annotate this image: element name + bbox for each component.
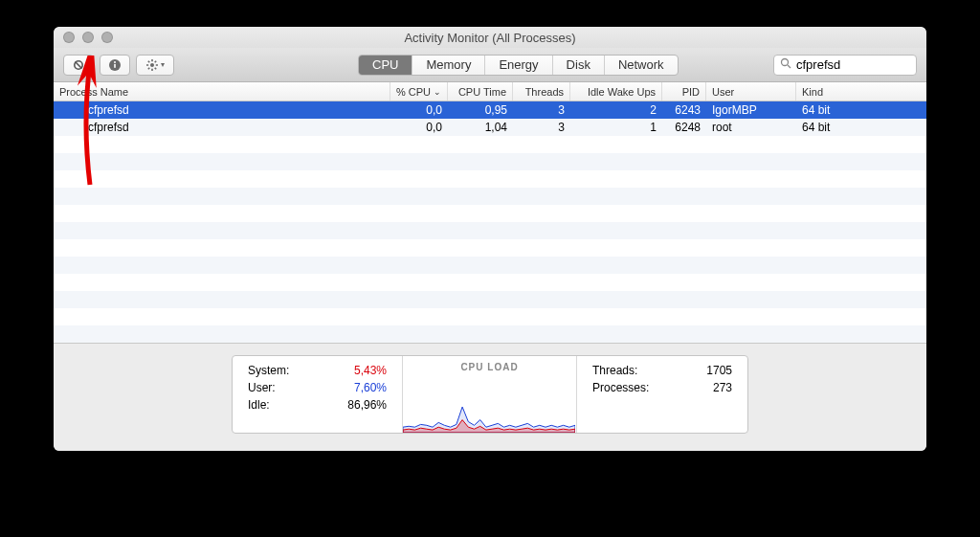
counts-panel: Threads:1705 Processes:273 xyxy=(577,356,747,433)
tab-memory[interactable]: Memory xyxy=(412,56,485,75)
processes-label: Processes: xyxy=(592,381,649,394)
view-options-button[interactable]: ▾ xyxy=(136,55,174,76)
tab-disk[interactable]: Disk xyxy=(553,56,605,75)
threads-label: Threads: xyxy=(592,364,637,377)
svg-point-5 xyxy=(150,63,154,67)
tab-segment: CPU Memory Energy Disk Network xyxy=(358,55,679,76)
svg-line-11 xyxy=(155,67,157,69)
table-row-empty xyxy=(54,188,926,205)
table-row[interactable]: cfprefsd0,00,95326243IgorMBP64 bit xyxy=(54,101,926,119)
threads-value: 1705 xyxy=(706,364,732,377)
svg-point-14 xyxy=(782,59,789,66)
process-table[interactable]: cfprefsd0,00,95326243IgorMBP64 bitcfpref… xyxy=(54,101,926,343)
table-row-empty xyxy=(54,239,926,257)
svg-line-13 xyxy=(148,67,150,69)
chart-title: CPU LOAD xyxy=(403,356,576,372)
col-header-pid[interactable]: PID xyxy=(662,82,706,101)
idle-value: 86,96% xyxy=(347,398,387,412)
close-window-button[interactable] xyxy=(63,32,75,43)
table-row-empty xyxy=(54,153,926,170)
table-row-empty xyxy=(54,205,926,222)
table-row-empty xyxy=(54,170,926,188)
col-header-kind[interactable]: Kind xyxy=(796,82,926,101)
tab-network[interactable]: Network xyxy=(605,56,678,75)
table-row[interactable]: cfprefsd0,01,04316248root64 bit xyxy=(54,119,926,136)
search-input[interactable] xyxy=(796,57,926,72)
svg-line-10 xyxy=(148,60,150,62)
tab-cpu[interactable]: CPU xyxy=(359,56,412,75)
idle-label: Idle: xyxy=(248,398,270,412)
zoom-window-button[interactable] xyxy=(101,32,113,43)
cpu-usage-panel: System:5,43% User:7,60% Idle:86,96% xyxy=(233,356,403,433)
chevron-down-icon: ▾ xyxy=(161,60,165,69)
quit-process-button[interactable] xyxy=(63,55,94,76)
col-header-threads[interactable]: Threads xyxy=(513,82,570,101)
table-row-empty xyxy=(54,257,926,274)
cpu-load-chart: CPU LOAD xyxy=(403,356,577,433)
col-header-time[interactable]: CPU Time xyxy=(448,82,513,101)
toolbar: ▾ CPU Memory Energy Disk Network xyxy=(54,48,926,82)
titlebar: Activity Monitor (All Processes) xyxy=(54,27,926,48)
svg-line-15 xyxy=(788,65,791,68)
table-row-empty xyxy=(54,222,926,239)
footer: System:5,43% User:7,60% Idle:86,96% CPU … xyxy=(54,343,926,451)
user-value: 7,60% xyxy=(354,381,387,394)
table-header: Process Name % CPU⌄ CPU Time Threads Idl… xyxy=(54,82,926,101)
chevron-down-icon: ⌄ xyxy=(434,87,441,97)
svg-rect-4 xyxy=(114,63,116,67)
table-row-empty xyxy=(54,308,926,325)
col-header-name[interactable]: Process Name xyxy=(54,82,390,101)
search-field[interactable] xyxy=(773,55,917,76)
table-row-empty xyxy=(54,136,926,153)
svg-line-12 xyxy=(155,60,157,62)
svg-point-3 xyxy=(114,61,116,63)
processes-value: 273 xyxy=(713,381,732,394)
info-button[interactable] xyxy=(100,55,130,76)
table-row-empty xyxy=(54,291,926,308)
window-title: Activity Monitor (All Processes) xyxy=(54,31,926,45)
system-label: System: xyxy=(248,364,289,377)
col-header-cpu[interactable]: % CPU⌄ xyxy=(390,82,448,101)
col-header-wake[interactable]: Idle Wake Ups xyxy=(570,82,662,101)
system-value: 5,43% xyxy=(354,364,387,377)
tab-energy[interactable]: Energy xyxy=(485,56,552,75)
search-icon xyxy=(780,57,791,72)
minimize-window-button[interactable] xyxy=(82,32,94,43)
activity-monitor-window: Activity Monitor (All Processes) xyxy=(54,27,926,451)
table-row-empty xyxy=(54,274,926,291)
col-header-user[interactable]: User xyxy=(706,82,796,101)
user-label: User: xyxy=(248,381,276,394)
table-row-empty xyxy=(54,325,926,343)
